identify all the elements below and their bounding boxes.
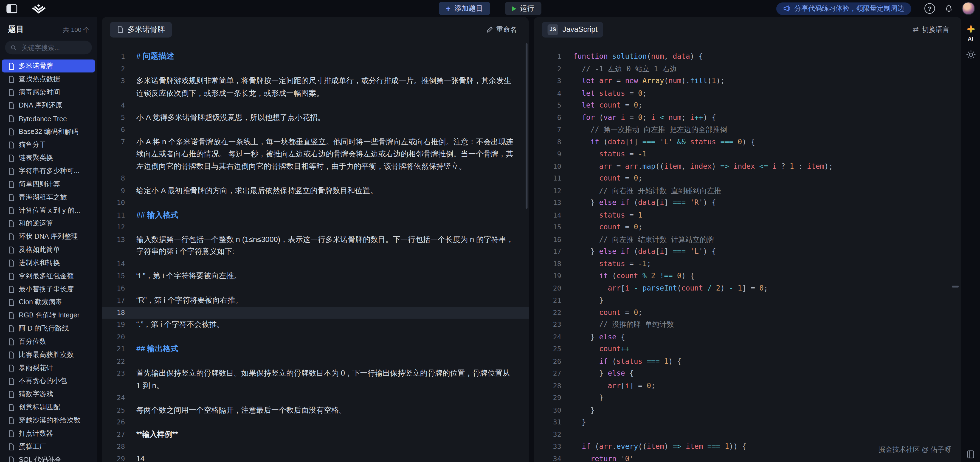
description-row[interactable]: 19“.”，第 i 个字符不会被推。 bbox=[102, 319, 529, 331]
code-row[interactable]: 15 count = 0; bbox=[534, 221, 961, 233]
sidebar-item[interactable]: RGB 色值转 Integer bbox=[2, 309, 95, 322]
code-row[interactable]: 6 for (var i = 0; i < num; i++) { bbox=[534, 112, 961, 124]
code-row[interactable]: 26 if (status === 1) { bbox=[534, 355, 961, 367]
sidebar-item[interactable]: 比赛最高获胜次数 bbox=[2, 348, 95, 361]
code-row[interactable]: 21 } bbox=[534, 295, 961, 306]
code-row[interactable]: 11 count = 0; bbox=[534, 172, 961, 185]
description-row[interactable]: 21## 输出格式 bbox=[102, 343, 529, 355]
code-row[interactable]: 28 arr[i] = 0; bbox=[534, 380, 961, 392]
description-row[interactable]: 25每两个数之间用一个空格隔开，注意最后一个数后面没有空格。 bbox=[102, 404, 529, 416]
sidebar-item[interactable]: 查找热点数据 bbox=[2, 72, 95, 86]
description-row[interactable]: 5小 A 觉得多米诺骨牌超级没意思，所以他想了点小花招。 bbox=[102, 112, 529, 124]
sidebar-item[interactable]: 病毒感染时间 bbox=[2, 86, 95, 99]
description-row[interactable]: 10 bbox=[102, 197, 529, 209]
description-row[interactable]: 28 bbox=[102, 441, 529, 452]
avatar[interactable] bbox=[962, 2, 975, 15]
description-row[interactable]: 24 bbox=[102, 392, 529, 404]
description-row[interactable]: 8 bbox=[102, 172, 529, 185]
code-row[interactable]: 13 } else if (data[i] === 'R') { bbox=[534, 197, 961, 209]
description-row[interactable]: 26 bbox=[102, 416, 529, 428]
sidebar-item[interactable]: SQL 代码补全 bbox=[2, 453, 95, 462]
code-row[interactable]: 20 arr[i - parseInt(count / 2) - 1] = 0; bbox=[534, 282, 961, 295]
docs-button[interactable] bbox=[966, 450, 975, 459]
description-row[interactable]: 11## 输入格式 bbox=[102, 209, 529, 221]
sidebar-item[interactable]: 打点计数器 bbox=[2, 427, 95, 440]
description-row[interactable]: 14 bbox=[102, 258, 529, 270]
sidebar-item[interactable]: 多米诺骨牌 bbox=[2, 59, 95, 72]
switch-language-button[interactable]: ⇄ 切换语言 bbox=[908, 24, 953, 35]
code-row[interactable]: 27 } else { bbox=[534, 368, 961, 380]
description-row[interactable]: 1# 问题描述 bbox=[102, 51, 529, 63]
code-row[interactable]: 17 } else if (data[i] === 'L') { bbox=[534, 245, 961, 258]
rename-button[interactable]: 重命名 bbox=[483, 24, 521, 35]
scrollbar-thumb-vertical[interactable] bbox=[526, 43, 528, 209]
description-row[interactable]: 9给定小 A 最初推骨牌的方向，求出最后依然保持竖立的骨牌数目和位置。 bbox=[102, 185, 529, 197]
code-row[interactable]: 23 // 没推的牌 单纯计数 bbox=[534, 319, 961, 331]
description-row[interactable]: 27**输入样例** bbox=[102, 429, 529, 441]
ai-assistant-button[interactable]: AI bbox=[966, 24, 976, 42]
description-row[interactable]: 6 bbox=[102, 124, 529, 136]
sidebar-item[interactable]: 拿到最多红包金额 bbox=[2, 269, 95, 283]
code-row[interactable]: 24 } else { bbox=[534, 331, 961, 343]
code-row[interactable]: 31 } bbox=[534, 416, 961, 428]
sidebar-item[interactable]: 阿 D 的飞行路线 bbox=[2, 322, 95, 335]
promo-banner[interactable]: 分享代码练习体验，领限量定制周边 bbox=[776, 2, 911, 15]
sidebar-item[interactable]: 进制求和转换 bbox=[2, 256, 95, 269]
description-row[interactable]: 16 bbox=[102, 282, 529, 295]
sidebar-item[interactable]: Bytedance Tree bbox=[2, 112, 95, 125]
description-row[interactable]: 22 bbox=[102, 355, 529, 367]
description-row[interactable]: 2914 bbox=[102, 452, 529, 462]
sidebar-item[interactable]: 及格如此简单 bbox=[2, 243, 95, 256]
sidebar-item[interactable]: 蛋糕工厂 bbox=[2, 440, 95, 453]
sidebar-item[interactable]: 百分位数 bbox=[2, 335, 95, 348]
sidebar-item[interactable]: 简单四则计算 bbox=[2, 177, 95, 191]
sidebar-item[interactable]: 字符串有多少种可... bbox=[2, 164, 95, 177]
sidebar-item[interactable]: 和的逆运算 bbox=[2, 217, 95, 230]
scrollbar-thumb[interactable] bbox=[952, 285, 959, 288]
code-row[interactable]: 30 } bbox=[534, 404, 961, 416]
description-row[interactable]: 12 bbox=[102, 221, 529, 233]
sidebar-item[interactable]: DNA 序列还原 bbox=[2, 99, 95, 112]
description-row[interactable]: 4 bbox=[102, 99, 529, 112]
code-row[interactable]: 2 // -1 左边 0 站立 1 右边 bbox=[534, 63, 961, 75]
description-row[interactable]: 2 bbox=[102, 63, 529, 75]
code-row[interactable]: 4 let status = 0; bbox=[534, 87, 961, 99]
language-tab[interactable]: JS JavaScript bbox=[542, 22, 603, 37]
settings-button[interactable] bbox=[966, 50, 975, 59]
code-row[interactable]: 3 let arr = new Array(num).fill(1); bbox=[534, 75, 961, 87]
add-problem-button[interactable]: + 添加题目 bbox=[439, 2, 490, 15]
description-row[interactable]: 13输入数据第一行包括一个整数 n (1≤n≤3000)，表示这一行多米诺骨牌的… bbox=[102, 233, 529, 258]
description-row[interactable]: 17“R”，第 i 个字符将要被向右推。 bbox=[102, 295, 529, 306]
description-row[interactable]: 7小 A 将 n 个多米诺骨牌放在一条线上，每一块都垂直竖立。他同时将一些骨牌向… bbox=[102, 136, 529, 172]
code-row[interactable]: 1function solution(num, data) { bbox=[534, 51, 961, 63]
description-editor[interactable]: 1# 问题描述23多米诺骨牌游戏规则非常简单，将骨牌按一定间距的尺寸排成单行，或… bbox=[102, 42, 529, 462]
code-editor[interactable]: 1function solution(num, data) {2 // -1 左… bbox=[534, 42, 961, 462]
sidebar-item[interactable]: 暴雨梨花针 bbox=[2, 361, 95, 374]
sidebar-toggle-button[interactable] bbox=[6, 2, 18, 15]
description-row[interactable]: 20 bbox=[102, 331, 529, 343]
sidebar-item[interactable]: 创意标题匹配 bbox=[2, 401, 95, 414]
code-row[interactable]: 10 arr = arr.map((item, index) => index … bbox=[534, 160, 961, 172]
sidebar-item[interactable]: 青海湖租车之旅 bbox=[2, 191, 95, 204]
help-button[interactable]: ? bbox=[924, 3, 935, 14]
code-row[interactable]: 8 if (data[i] === 'L' && status === 0) { bbox=[534, 136, 961, 148]
code-row[interactable]: 19 if (count % 2 !== 0) { bbox=[534, 270, 961, 282]
description-row[interactable]: 18 bbox=[102, 306, 529, 319]
code-row[interactable]: 5 let count = 0; bbox=[534, 99, 961, 112]
sidebar-item[interactable]: Cion 勒索病毒 bbox=[2, 296, 95, 309]
sidebar-item[interactable]: 不再贪心的小包 bbox=[2, 374, 95, 388]
sidebar-item[interactable]: 猫鱼分干 bbox=[2, 138, 95, 151]
code-row[interactable]: 16 // 向左推 结束计数 计算站立的牌 bbox=[534, 233, 961, 245]
code-row[interactable]: 7 // 第一次推动 向左推 把左边的全部推倒 bbox=[534, 124, 961, 136]
sidebar-item[interactable]: 猜数字游戏 bbox=[2, 387, 95, 401]
code-row[interactable]: 18 status = -1; bbox=[534, 258, 961, 270]
sidebar-item[interactable]: 环状 DNA 序列整理 bbox=[2, 230, 95, 243]
sidebar-item[interactable]: 计算位置 x 到 y 的... bbox=[2, 204, 95, 217]
code-row[interactable]: 12 // 向右推 开始计数 直到碰到向左推 bbox=[534, 185, 961, 197]
sidebar-item[interactable]: Base32 编码和解码 bbox=[2, 125, 95, 138]
sidebar-item[interactable]: 穿越沙漠的补给次数 bbox=[2, 414, 95, 427]
sidebar-item[interactable]: 最小替换子串长度 bbox=[2, 283, 95, 296]
code-row[interactable]: 22 count = 0; bbox=[534, 306, 961, 319]
description-row[interactable]: 23首先输出保持竖立的骨牌数目。如果保持竖立的骨牌数目不为 0，下一行输出保持竖… bbox=[102, 368, 529, 392]
description-row[interactable]: 3多米诺骨牌游戏规则非常简单，将骨牌按一定间距的尺寸排成单行，或分行排成一片。推… bbox=[102, 75, 529, 99]
